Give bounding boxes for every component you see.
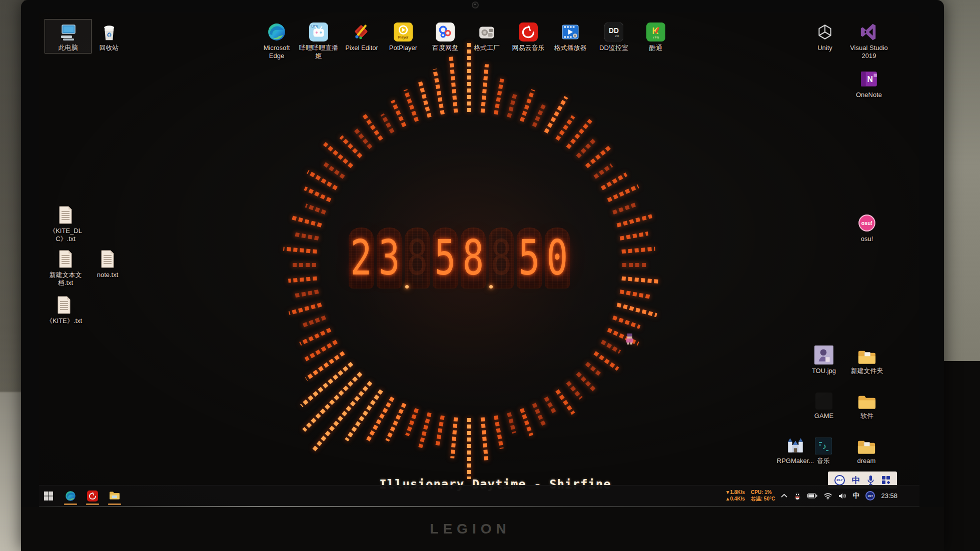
desktop-icon-onenote[interactable]: NOneNote <box>846 66 892 100</box>
desktop-icon-bilibili-live[interactable]: LIVE哔哩哔哩直播姬 <box>296 20 342 62</box>
desktop-icon-label: 新建文件夹 <box>844 367 890 375</box>
photo-scene: 23858850 Illusionary Daytime - Shirfine … <box>0 0 980 551</box>
desktop-icon-netease-music[interactable]: 网易云音乐 <box>505 20 551 53</box>
desktop-icon-unity[interactable]: Unity <box>802 20 848 53</box>
microphone-icon[interactable] <box>867 475 874 486</box>
system-tray: ▼1.8K/s ▲0.4K/s CPU: 1% 芯温: 50°C <box>725 486 897 506</box>
ime-mode-chinese[interactable]: 中 <box>852 474 860 486</box>
tray-expand-chevron-icon[interactable] <box>781 494 787 498</box>
desktop-icon-osu[interactable]: osu!osu! <box>844 210 890 244</box>
laptop: 23858850 Illusionary Daytime - Shirfine … <box>21 0 944 551</box>
desktop-icon-visual-studio-2019[interactable]: Visual Studio 2019 <box>846 20 892 62</box>
txt-file-icon <box>41 294 87 314</box>
music-app-icon: ♪ <box>800 434 846 454</box>
taskbar-start-button[interactable] <box>42 486 55 506</box>
desktop-icon-label: GAME <box>801 412 847 420</box>
legion-logo: LEGION <box>420 521 520 537</box>
desktop-icon-file-note[interactable]: note.txt <box>85 246 131 280</box>
desktop-icon-label: OneNote <box>846 91 892 99</box>
wifi-icon[interactable] <box>823 492 832 500</box>
taskbar-netease-music-button[interactable] <box>86 486 99 506</box>
desktop-icon-music[interactable]: ♪音乐 <box>800 432 846 466</box>
svg-text:♪: ♪ <box>822 442 826 450</box>
desktop-icon-pixel-editor[interactable]: Pixel Editor <box>339 20 385 53</box>
svg-text:Player: Player <box>398 36 409 40</box>
ifly-tray-icon[interactable]: iFLY <box>865 491 875 500</box>
desktop-icon-label: 音乐 <box>800 457 846 465</box>
taskbar-clock[interactable]: 23:58 <box>881 492 897 500</box>
svg-text:N: N <box>867 75 872 84</box>
desktop-icon-baidu-netdisk[interactable]: 百度网盘 <box>422 20 468 53</box>
unity-icon <box>802 20 848 42</box>
desktop-icon-file-kite[interactable]: 《KITE》.txt <box>41 292 87 326</box>
desktop-icon-format-player[interactable]: 格式播放器 <box>547 20 593 53</box>
volume-icon[interactable] <box>838 492 846 500</box>
kutong-icon: KY P N <box>633 20 679 42</box>
qq-tray-icon[interactable] <box>793 492 801 500</box>
svg-text:2.0: 2.0 <box>615 34 619 38</box>
taskbar-edge-button[interactable] <box>64 486 77 506</box>
ifly-logo-text: iFLY <box>836 478 842 482</box>
txt-file-icon <box>43 248 89 268</box>
taskbar-apps <box>42 486 121 506</box>
cpu-stats: CPU: 1% 芯温: 50°C <box>751 490 775 502</box>
desktop-icon-dd-monitor[interactable]: DD2.0DD监控室 <box>591 20 637 53</box>
this-pc-icon <box>45 20 91 42</box>
svg-text:♻: ♻ <box>107 32 112 38</box>
txt-file-icon <box>85 248 131 268</box>
ime-indicator[interactable]: 中 <box>852 492 859 500</box>
desktop-icon-soft-folder[interactable]: 软件 <box>844 388 890 421</box>
desktop-icon-potplayer[interactable]: PlayerPotPlayer <box>380 20 426 53</box>
desktop-icons: 此电脑♻回收站Microsoft EdgeLIVE哔哩哔哩直播姬Pixel Ed… <box>39 12 919 506</box>
desktop-icon-dream[interactable]: dream <box>843 432 889 466</box>
edge-icon <box>254 20 300 42</box>
format-player-icon <box>547 20 593 42</box>
svg-text:DD: DD <box>609 27 619 34</box>
txt-file-icon <box>43 204 89 224</box>
desktop-icon-recycle-bin[interactable]: ♻回收站 <box>86 20 132 53</box>
laptop-chin: LEGION <box>21 507 944 551</box>
desktop-icon-this-pc[interactable]: 此电脑 <box>45 20 91 53</box>
desktop-icon-game[interactable]: GAME <box>801 388 847 421</box>
format-factory-icon <box>464 20 510 42</box>
desktop-icon-kutong[interactable]: KY P N酷通 <box>633 20 679 53</box>
desktop-icon-label: 软件 <box>844 412 890 420</box>
svg-text:osu!: osu! <box>861 220 872 226</box>
desktop-icon-label: 哔哩哔哩直播姬 <box>298 44 340 60</box>
desktop-icon-label: DD监控室 <box>591 44 637 52</box>
baidu-pan-icon <box>422 20 468 42</box>
desktop-icon-file-new-text[interactable]: 新建文本文档.txt <box>43 246 89 288</box>
keyboard-layout-icon[interactable] <box>881 476 890 484</box>
desktop-icon-tou-jpg[interactable]: TOU.jpg <box>801 342 847 376</box>
desktop-icon-new-folder[interactable]: 新建文件夹 <box>844 342 890 376</box>
cpu-usage: CPU: 1% <box>751 490 775 496</box>
desktop-icon-label: osu! <box>844 235 890 243</box>
desktop-icon-microsoft-edge[interactable]: Microsoft Edge <box>254 20 300 62</box>
taskbar-file-explorer-button[interactable] <box>108 486 121 506</box>
screen: 23858850 Illusionary Daytime - Shirfine … <box>39 12 919 506</box>
desktop-icon-label: 酷通 <box>633 44 679 52</box>
dd-monitor-icon: DD2.0 <box>591 20 637 42</box>
desktop-icon-label: 百度网盘 <box>422 44 468 52</box>
chip-temperature: 芯温: 50°C <box>751 496 775 502</box>
ifly-logo[interactable]: iFLY <box>834 475 845 486</box>
onenote-icon: N <box>846 68 892 88</box>
desktop-icon-label: Pixel Editor <box>339 44 385 52</box>
recycle-bin-icon: ♻ <box>86 20 132 42</box>
desktop-icon-label: Unity <box>802 44 848 52</box>
desktop-icon-label: 此电脑 <box>45 44 91 52</box>
network-speed-stats: ▼1.8K/s ▲0.4K/s <box>725 490 745 502</box>
desktop-icon-file-kite-dlc[interactable]: 《KITE_DLC》.txt <box>43 202 89 244</box>
running-indicator <box>64 504 77 505</box>
battery-icon[interactable] <box>807 493 817 498</box>
desktop-icon-format-factory[interactable]: 格式工厂 <box>464 20 510 53</box>
desktop-icon-label: 格式播放器 <box>547 44 593 52</box>
desktop-icon-label: 网易云音乐 <box>505 44 551 52</box>
folder-doc-icon <box>843 434 889 454</box>
svg-text:Y P N: Y P N <box>653 36 659 39</box>
taskbar: ▼1.8K/s ▲0.4K/s CPU: 1% 芯温: 50°C <box>39 485 919 506</box>
net-download-speed: ▼1.8K/s <box>725 490 745 496</box>
webcam <box>472 2 479 8</box>
desktop-icon-label: 新建文本文档.txt <box>48 271 83 288</box>
potplayer-icon: Player <box>380 20 426 42</box>
